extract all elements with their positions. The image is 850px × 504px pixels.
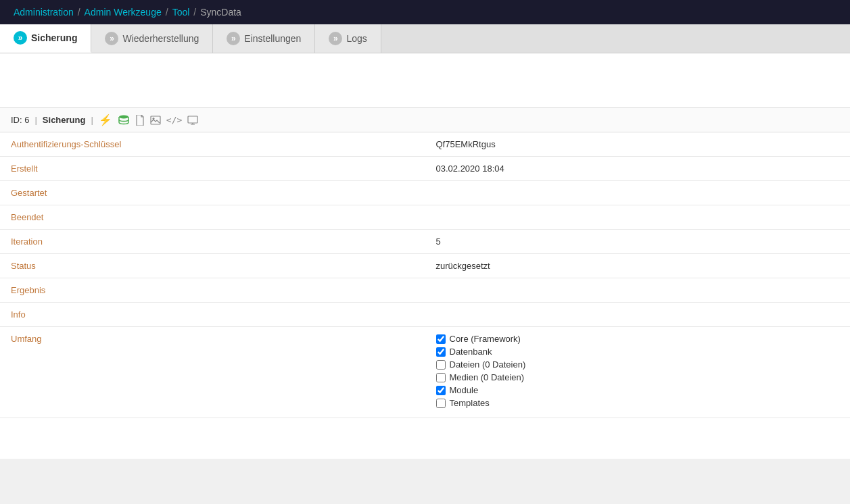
image-icon[interactable]	[150, 116, 161, 125]
checkbox-templates-input[interactable]	[436, 399, 446, 408]
tab-icon-logs: »	[329, 32, 342, 45]
svg-rect-1	[151, 116, 160, 124]
svg-rect-3	[188, 116, 197, 123]
breadcrumb-sep-3: /	[193, 7, 196, 18]
breadcrumb-syncdata: SyncData	[200, 7, 241, 18]
breadcrumb-bar: Administration / Admin Werkzeuge / Tool …	[0, 0, 850, 24]
breadcrumb-admin-werkzeuge[interactable]: Admin Werkzeuge	[85, 7, 162, 18]
checkbox-templates-label: Templates	[450, 398, 490, 408]
checkbox-dateien-label: Dateien (0 Dateien)	[450, 359, 526, 370]
tab-bar: » Sicherung » Wiederherstellung » Einste…	[0, 24, 850, 53]
table-row: Gestartet	[0, 181, 850, 205]
tab-label-logs: Logs	[346, 33, 367, 44]
field-value-erstellt: 03.02.2020 18:04	[425, 157, 851, 181]
section-header: ID: 6 | Sicherung | ⚡ </>	[0, 107, 850, 132]
tab-wiederherstellung[interactable]: » Wiederherstellung	[91, 24, 213, 53]
tab-sicherung[interactable]: » Sicherung	[0, 24, 91, 53]
checkbox-core: Core (Framework)	[436, 334, 840, 344]
table-row: Ergebnis	[0, 278, 850, 303]
table-row: Beendet	[0, 205, 850, 230]
checkbox-templates: Templates	[436, 398, 840, 408]
checkbox-core-label: Core (Framework)	[450, 334, 521, 344]
field-value-beendet	[425, 205, 851, 230]
section-title: Sicherung	[43, 115, 86, 125]
field-label-status: Status	[0, 254, 425, 278]
field-label-gestartet: Gestartet	[0, 181, 425, 205]
checkbox-medien-label: Medien (0 Dateien)	[450, 372, 525, 382]
checkbox-module-label: Module	[450, 385, 479, 395]
field-label-erstellt: Erstellt	[0, 157, 425, 181]
checkbox-medien-input[interactable]	[436, 373, 446, 382]
field-value-status: zurückgesetzt	[425, 254, 851, 278]
table-row: Info	[0, 303, 850, 327]
file-icon[interactable]	[135, 115, 145, 126]
field-label-auth: Authentifizierungs-Schlüssel	[0, 132, 425, 157]
checkbox-datenbank-input[interactable]	[436, 347, 446, 357]
tab-einstellungen[interactable]: » Einstellungen	[213, 24, 315, 53]
tab-label-sicherung: Sicherung	[31, 32, 77, 43]
section-sep2: |	[91, 115, 93, 125]
main-content: ID: 6 | Sicherung | ⚡ </>	[0, 53, 850, 459]
table-row-umfang: Umfang Core (Framework) Datenbank Dateie…	[0, 327, 850, 418]
monitor-icon[interactable]	[187, 116, 198, 125]
section-id: ID: 6	[11, 115, 29, 125]
field-value-auth: Qf75EMkRtgus	[425, 132, 851, 157]
checkbox-medien: Medien (0 Dateien)	[436, 372, 840, 382]
tab-icon-wiederherstellung: »	[105, 32, 118, 45]
field-label-ergebnis: Ergebnis	[0, 278, 425, 303]
table-row: Authentifizierungs-Schlüssel Qf75EMkRtgu…	[0, 132, 850, 157]
checkbox-dateien: Dateien (0 Dateien)	[436, 359, 840, 370]
tab-label-wiederherstellung: Wiederherstellung	[122, 33, 199, 44]
database-icon[interactable]	[118, 115, 130, 126]
tab-icon-sicherung: »	[14, 31, 27, 45]
tab-label-einstellungen: Einstellungen	[244, 33, 301, 44]
lightning-icon[interactable]: ⚡	[99, 114, 112, 126]
breadcrumb-administration[interactable]: Administration	[14, 7, 74, 18]
checkbox-module: Module	[436, 385, 840, 395]
field-label-beendet: Beendet	[0, 205, 425, 230]
breadcrumb-sep-2: /	[166, 7, 168, 18]
checkbox-datenbank-label: Datenbank	[450, 347, 492, 357]
breadcrumb-sep-1: /	[78, 7, 80, 18]
checkbox-module-input[interactable]	[436, 386, 446, 395]
tab-icon-einstellungen: »	[227, 32, 240, 45]
breadcrumb-tool[interactable]: Tool	[172, 7, 190, 18]
field-label-iteration: Iteration	[0, 230, 425, 254]
field-label-umfang: Umfang	[0, 327, 425, 418]
section-sep: |	[34, 115, 37, 125]
empty-area	[0, 53, 850, 107]
svg-point-0	[119, 115, 128, 118]
field-value-iteration: 5	[425, 230, 851, 254]
checkbox-datenbank: Datenbank	[436, 347, 840, 357]
field-label-info: Info	[0, 303, 425, 327]
table-row: Erstellt 03.02.2020 18:04	[0, 157, 850, 181]
table-row: Iteration 5	[0, 230, 850, 254]
data-table: Authentifizierungs-Schlüssel Qf75EMkRtgu…	[0, 132, 850, 418]
tab-logs[interactable]: » Logs	[315, 24, 381, 53]
field-value-umfang: Core (Framework) Datenbank Dateien (0 Da…	[425, 327, 851, 418]
code-icon[interactable]: </>	[166, 115, 182, 125]
checkbox-core-input[interactable]	[436, 334, 446, 344]
field-value-gestartet	[425, 181, 851, 205]
checkbox-dateien-input[interactable]	[436, 360, 446, 370]
field-value-info	[425, 303, 851, 327]
field-value-ergebnis	[425, 278, 851, 303]
table-row: Status zurückgesetzt	[0, 254, 850, 278]
